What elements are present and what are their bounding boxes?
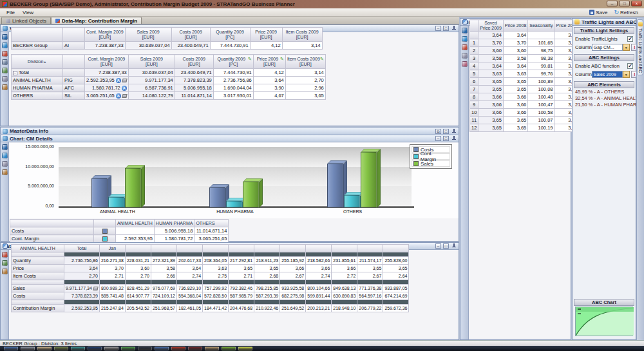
bar-sales-1[interactable]: [243, 182, 259, 207]
chart-pin-icon[interactable]: [451, 136, 457, 141]
taskbar-item[interactable]: [171, 346, 185, 350]
taskbar-item[interactable]: [238, 346, 252, 350]
bar-sales-2[interactable]: [361, 152, 377, 207]
value-cell[interactable]: 3,65: [503, 117, 527, 124]
masterdata-maximize-icon[interactable]: □: [443, 129, 449, 134]
value-cell[interactable]: 23.400.649,71: [171, 42, 210, 50]
value-cell[interactable]: 2,67: [357, 272, 383, 280]
value-cell[interactable]: 5.006.955,18: [154, 227, 194, 235]
value-cell[interactable]: 3,65: [254, 265, 280, 272]
value-cell[interactable]: 3,58: [503, 55, 527, 62]
abc-column-dropdown-icon[interactable]: ▼: [623, 71, 630, 78]
row-number[interactable]: 11: [470, 117, 478, 124]
value-cell[interactable]: 7.378.823,39: [116, 227, 155, 235]
value-cell[interactable]: 3,60: [125, 265, 151, 272]
column-header-costs-2009[interactable]: Costs 2009[EUR]: [171, 28, 210, 42]
value-cell[interactable]: 251.649,52: [280, 305, 306, 312]
database-icon[interactable]: [462, 28, 468, 33]
value-cell[interactable]: 828.451,29: [125, 285, 151, 292]
value-cell[interactable]: 3,14: [285, 69, 325, 77]
taskbar-item[interactable]: [54, 346, 68, 350]
value-cell[interactable]: 3,65: [503, 124, 527, 132]
month-column-header[interactable]: [125, 245, 151, 252]
value-cell[interactable]: 2,70: [64, 272, 100, 280]
row-number[interactable]: 5: [470, 70, 478, 78]
value-cell[interactable]: 3,65: [503, 86, 527, 93]
column-header-quantity-2009[interactable]: Quantity 2009[PC]: [210, 28, 250, 42]
monthly-pin-icon[interactable]: [451, 243, 457, 249]
row-code[interactable]: AI: [63, 42, 85, 50]
value-cell[interactable]: 4,12: [253, 69, 285, 77]
row-number[interactable]: 12: [470, 124, 478, 132]
copy-icon[interactable]: [2, 68, 8, 73]
value-cell[interactable]: 7.238.387,33: [85, 42, 126, 50]
bar-costs-0[interactable]: [91, 178, 108, 207]
value-cell[interactable]: 9.971.177,34: [128, 77, 175, 84]
value-cell[interactable]: 614.907,77: [125, 292, 151, 300]
value-cell[interactable]: 1.580.781,72: [154, 235, 194, 243]
value-cell[interactable]: 3,63: [503, 70, 527, 78]
value-cell[interactable]: 4,12: [250, 42, 282, 50]
taskbar-item[interactable]: [121, 346, 135, 350]
masterdata-titlebar[interactable]: MasterData Info ⧉ □: [1, 128, 459, 135]
value-cell[interactable]: 1.580.781,72A: [85, 84, 129, 92]
value-cell[interactable]: 587.293,39: [254, 292, 280, 300]
value-cell[interactable]: 3,64: [253, 77, 285, 84]
column-header-quantity-2009[interactable]: Quantity 2009✎[PC]: [213, 55, 253, 69]
series-swatch-cell[interactable]: [94, 235, 116, 243]
category-column-header[interactable]: ANIMAL HEALTH: [116, 220, 155, 227]
row-label[interactable]: Price: [12, 265, 64, 272]
menu-file[interactable]: File: [3, 10, 19, 15]
value-cell[interactable]: 5.006.955,18: [175, 84, 213, 92]
world-icon[interactable]: [2, 43, 8, 48]
refresh-button[interactable]: ↻ Refresh: [611, 10, 641, 15]
value-cell[interactable]: 100,07: [528, 117, 554, 124]
stamp-icon[interactable]: [2, 269, 8, 274]
traffic-column-dropdown-icon[interactable]: ▼: [623, 44, 630, 51]
category-column-header[interactable]: OTHERS: [194, 220, 229, 227]
value-cell[interactable]: 7.378.823,39: [64, 292, 100, 300]
value-cell[interactable]: 3,66: [478, 109, 503, 117]
row-label[interactable]: OTHERS: [12, 92, 63, 100]
value-cell[interactable]: 2,75: [203, 272, 229, 280]
masterdata-pin-icon[interactable]: [451, 129, 457, 134]
value-cell[interactable]: 99,81: [528, 62, 554, 70]
column-header-saved-price-2009[interactable]: SavedPrice 2009: [478, 20, 503, 32]
value-cell[interactable]: 674.214,69: [383, 292, 409, 300]
row-code[interactable]: AFC: [63, 84, 85, 92]
column-header-sales-2009[interactable]: Sales 2009[EUR]: [125, 28, 171, 42]
value-cell[interactable]: 6.587.736,91: [128, 84, 175, 92]
menu-view[interactable]: View: [19, 10, 37, 15]
taskbar-item[interactable]: [4, 346, 18, 350]
save-view-icon[interactable]: [462, 36, 468, 42]
month-column-header[interactable]: [332, 245, 357, 252]
value-cell[interactable]: 630.890,83: [332, 292, 357, 300]
bar-costs-1[interactable]: [209, 187, 225, 207]
enable-trafficlights-checkbox[interactable]: ✔: [627, 36, 633, 42]
collapse-icon[interactable]: −: [13, 71, 17, 75]
value-cell[interactable]: 3,66: [503, 109, 527, 117]
bar-cont-margin-0[interactable]: [108, 197, 124, 207]
column-header-price-2009[interactable]: Price 2009[EUR]: [250, 28, 282, 42]
value-cell[interactable]: 554.368,04: [177, 292, 203, 300]
row-number[interactable]: 2: [470, 47, 478, 55]
column-header-cont-margin-2009[interactable]: Cont. Margin 2009[EUR]: [85, 28, 126, 42]
save-button[interactable]: Save: [586, 10, 611, 15]
value-cell[interactable]: 3,65: [478, 124, 503, 132]
value-cell[interactable]: 98,38: [528, 55, 554, 62]
abc-element-item[interactable]: 32,54 % - A - ANIMAL HEALTH: [573, 95, 636, 101]
value-cell[interactable]: 771.376,38: [357, 285, 383, 292]
month-column-header[interactable]: Jan: [99, 245, 125, 252]
month-column-header[interactable]: [306, 245, 332, 252]
value-cell[interactable]: 205.543,52: [125, 305, 151, 312]
stamp-icon[interactable]: [2, 169, 8, 175]
value-cell[interactable]: 2.592.353,95: [116, 235, 155, 243]
value-cell[interactable]: 736.829,10: [177, 285, 203, 292]
value-cell[interactable]: 272.321,89: [151, 257, 176, 265]
value-cell[interactable]: 2,64: [383, 272, 409, 280]
row-number[interactable]: 9: [470, 101, 478, 109]
bar-sales-0[interactable]: [125, 168, 141, 207]
value-cell[interactable]: 23.400.649,71: [175, 69, 213, 77]
value-cell[interactable]: 3,66: [332, 265, 357, 272]
value-cell[interactable]: 3,65: [357, 265, 383, 272]
